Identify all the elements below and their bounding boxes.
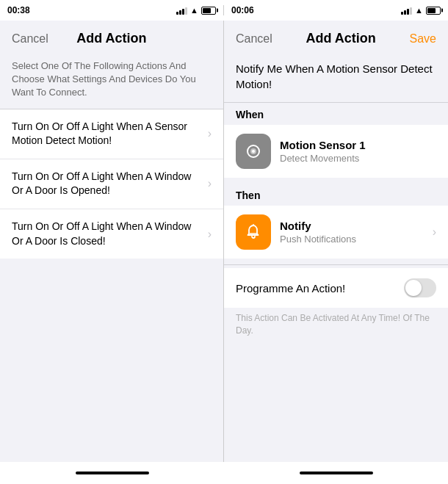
then-item[interactable]: Notify Push Notifications › — [224, 206, 448, 259]
chevron-icon-1: › — [208, 177, 212, 190]
when-item-sub: Detect Movements — [280, 153, 436, 164]
wifi-icon: ▲ — [190, 6, 198, 15]
left-nav-bar: Cancel Add Action — [0, 21, 223, 54]
then-item-name: Notify — [280, 220, 433, 232]
right-time: 00:06 — [231, 5, 254, 15]
right-battery-icon — [426, 7, 441, 15]
save-button[interactable]: Save — [410, 32, 436, 46]
motion-sensor-icon — [236, 134, 271, 169]
left-status-icons: ▲ — [176, 6, 216, 15]
left-cancel-button[interactable]: Cancel — [12, 32, 48, 46]
bell-svg-icon — [244, 223, 263, 242]
right-signal-icon — [401, 6, 412, 15]
left-time: 00:38 — [7, 5, 30, 15]
action-list: Turn On Or Off A Light When A Sensor Mot… — [0, 109, 223, 259]
action-item-text-1: Turn On Or Off A Light When A Window Or … — [12, 170, 208, 198]
right-wifi-icon: ▲ — [415, 6, 423, 15]
signal-icon — [176, 6, 187, 15]
action-item-2[interactable]: Turn On Or Off A Light When A Window Or … — [0, 209, 223, 259]
then-item-sub: Push Notifications — [280, 234, 433, 245]
status-bar-right: 00:06 ▲ — [224, 5, 448, 15]
programme-label: Programme An Action! — [236, 282, 345, 295]
left-description: Select One Of The Following Actions And … — [0, 54, 223, 109]
right-panel: Cancel Add Action Save Notify Me When A … — [224, 21, 448, 462]
right-header-text: Notify Me When A Motion Sensor Detect Mo… — [224, 54, 448, 102]
left-nav-title: Add Action — [76, 31, 146, 46]
sensor-svg-icon — [244, 142, 263, 161]
when-item-name: Motion Sensor 1 — [280, 139, 436, 151]
right-status-icons: ▲ — [401, 6, 441, 15]
battery-icon — [201, 7, 216, 15]
then-label: Then — [224, 184, 448, 206]
status-bar-left: 00:38 ▲ — [0, 5, 224, 15]
notify-icon — [236, 214, 271, 250]
bottom-bar — [0, 462, 448, 484]
when-label: When — [224, 103, 448, 125]
toggle-knob — [405, 280, 422, 296]
action-item-text-2: Turn On Or Off A Light When A Window Or … — [12, 220, 208, 248]
right-nav-bar: Cancel Add Action Save — [224, 21, 448, 54]
home-indicator-left — [76, 472, 149, 474]
action-item-text-0: Turn On Or Off A Light When A Sensor Mot… — [12, 120, 208, 148]
then-chevron-icon: › — [433, 225, 436, 239]
when-item[interactable]: Motion Sensor 1 Detect Movements — [224, 125, 448, 178]
status-bar: 00:38 ▲ 00:06 ▲ — [0, 0, 448, 21]
when-item-info: Motion Sensor 1 Detect Movements — [280, 139, 436, 164]
then-item-info: Notify Push Notifications — [280, 220, 433, 245]
programme-row: Programme An Action! — [224, 268, 448, 308]
main-content: Cancel Add Action Select One Of The Foll… — [0, 21, 448, 462]
chevron-icon-0: › — [208, 127, 212, 140]
programme-divider — [224, 264, 448, 265]
action-item-0[interactable]: Turn On Or Off A Light When A Sensor Mot… — [0, 109, 223, 159]
svg-point-2 — [252, 150, 255, 153]
right-nav-title: Add Action — [306, 31, 376, 46]
left-panel: Cancel Add Action Select One Of The Foll… — [0, 21, 224, 462]
programme-note: This Action Can Be Activated At Any Time… — [224, 308, 448, 344]
chevron-icon-2: › — [208, 228, 212, 241]
right-cancel-button[interactable]: Cancel — [236, 32, 272, 46]
home-indicator-right — [300, 472, 373, 474]
action-item-1[interactable]: Turn On Or Off A Light When A Window Or … — [0, 159, 223, 209]
programme-toggle[interactable] — [404, 278, 436, 297]
